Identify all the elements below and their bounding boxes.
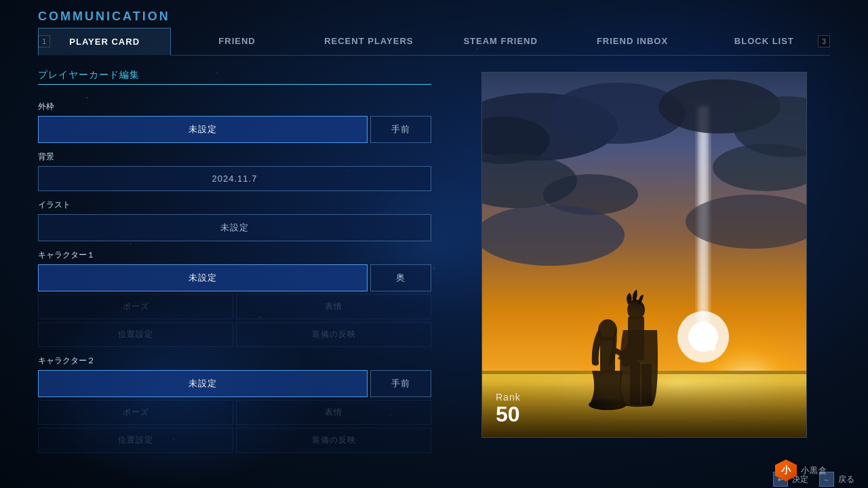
card-preview: Rank 50 bbox=[481, 72, 807, 438]
character2-sub-buttons: ポーズ 表情 bbox=[38, 400, 431, 425]
back-label: 戻る bbox=[838, 474, 854, 485]
character2-expression-button[interactable]: 表情 bbox=[236, 400, 431, 425]
character1-main-options: 未設定 奥 bbox=[38, 264, 431, 291]
tab-player-card[interactable]: PLAYER CARD bbox=[38, 28, 171, 55]
character2-sub-buttons2: 位置設定 装備の反映 bbox=[38, 428, 431, 453]
tab-number-right: 3 bbox=[818, 35, 830, 47]
illustration-options: 未設定 bbox=[38, 214, 431, 241]
character2-equipment-button[interactable]: 装備の反映 bbox=[236, 428, 431, 453]
character1-label: キャラクター１ bbox=[38, 249, 431, 261]
character2-position-button[interactable]: 位置設定 bbox=[38, 428, 233, 453]
rank-number: 50 bbox=[496, 403, 793, 426]
character2-main-options: 未設定 手前 bbox=[38, 370, 431, 397]
character1-sub-buttons: ポーズ 表情 bbox=[38, 294, 431, 319]
illustration-label: イラスト bbox=[38, 199, 431, 211]
svg-point-14 bbox=[482, 205, 625, 266]
character1-position-button[interactable]: 位置設定 bbox=[38, 322, 233, 347]
tab-friend-inbox[interactable]: FRIEND INBOX bbox=[566, 28, 698, 55]
background-value-button[interactable]: 2024.11.7 bbox=[38, 166, 431, 191]
left-panel: プレイヤーカード編集 外枠 未設定 手前 背景 2024.11.7 イラスト 未… bbox=[38, 69, 431, 453]
tab-block-list[interactable]: BLOCK LIST bbox=[698, 28, 830, 55]
character2-label: キャラクター２ bbox=[38, 355, 431, 367]
character1-equipment-button[interactable]: 装備の反映 bbox=[236, 322, 431, 347]
illustration-value-button[interactable]: 未設定 bbox=[38, 214, 431, 241]
background-options: 2024.11.7 bbox=[38, 166, 431, 191]
card-rank-overlay: Rank 50 bbox=[482, 381, 806, 437]
character2-unset-button[interactable]: 未設定 bbox=[38, 370, 368, 397]
outer-frame-front-button[interactable]: 手前 bbox=[370, 116, 431, 143]
character1-sub-buttons2: 位置設定 装備の反映 bbox=[38, 322, 431, 347]
character2-front-button[interactable]: 手前 bbox=[370, 370, 431, 397]
section-title-edit: プレイヤーカード編集 bbox=[38, 69, 431, 85]
right-panel: Rank 50 bbox=[458, 69, 830, 453]
character1-pose-button[interactable]: ポーズ bbox=[38, 294, 233, 319]
tab-bar: 1 PLAYER CARD FRIEND RECENT PLAYERS Stea… bbox=[38, 28, 830, 56]
app-title: COMMUNICATION bbox=[38, 9, 830, 24]
bottom-bar: ↵ 決定 ← 戻る bbox=[0, 466, 868, 488]
watermark: 小 小黒盒 bbox=[775, 460, 827, 481]
rank-label: Rank bbox=[496, 392, 793, 403]
tab-steam-friend[interactable]: Steam FRIEND bbox=[435, 28, 566, 55]
outer-frame-unset-button[interactable]: 未設定 bbox=[38, 116, 368, 143]
background-label: 背景 bbox=[38, 151, 431, 163]
watermark-icon: 小 bbox=[775, 460, 797, 481]
character1-expression-button[interactable]: 表情 bbox=[236, 294, 431, 319]
main-content: プレイヤーカード編集 外枠 未設定 手前 背景 2024.11.7 イラスト 未… bbox=[0, 56, 868, 466]
watermark-text: 小黒盒 bbox=[801, 465, 827, 476]
character1-back-button[interactable]: 奥 bbox=[370, 264, 431, 291]
tab-friend[interactable]: FRIEND bbox=[171, 28, 302, 55]
header: COMMUNICATION 1 PLAYER CARD FRIEND RECEN… bbox=[0, 0, 868, 56]
character1-unset-button[interactable]: 未設定 bbox=[38, 264, 368, 291]
character2-pose-button[interactable]: ポーズ bbox=[38, 400, 233, 425]
outer-frame-options: 未設定 手前 bbox=[38, 116, 431, 143]
card-image: Rank 50 bbox=[482, 73, 806, 437]
tab-recent-players[interactable]: RECENT PLAYERS bbox=[303, 28, 435, 55]
outer-frame-label: 外枠 bbox=[38, 101, 431, 113]
